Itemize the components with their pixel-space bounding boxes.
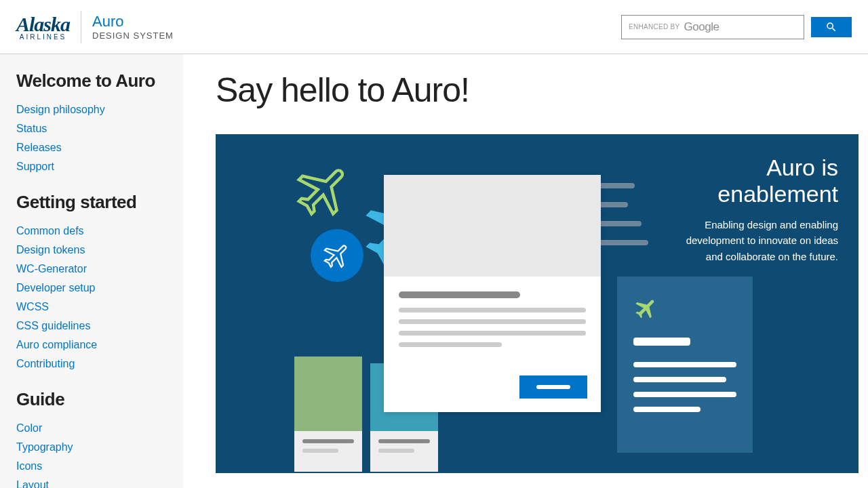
sidebar-heading: Guide	[16, 389, 167, 410]
auro-logo[interactable]: Auro DESIGN SYSTEM	[92, 13, 174, 41]
hero-card-button	[519, 375, 587, 399]
sidebar-group: Welcome to AuroDesign philosophyStatusRe…	[16, 70, 167, 173]
sidebar-heading: Getting started	[16, 192, 167, 213]
hero-banner: Auro is enablement Enabling design and e…	[216, 134, 859, 473]
search-button[interactable]	[811, 17, 852, 37]
sidebar-link-design-philosophy[interactable]: Design philosophy	[16, 104, 167, 116]
sidebar-heading: Welcome to Auro	[16, 70, 167, 92]
sidebar-link-support[interactable]: Support	[16, 161, 167, 173]
sidebar-link-layout[interactable]: Layout	[16, 479, 167, 488]
airplane-circle-icon	[311, 229, 363, 282]
alaska-logo[interactable]: Alaska AIRLINES	[16, 13, 70, 41]
alaska-logo-sub: AIRLINES	[20, 33, 67, 41]
auro-logo-sub: DESIGN SYSTEM	[92, 30, 174, 41]
hero-card-teal-body	[370, 431, 438, 472]
hero-card-main	[384, 175, 601, 412]
hero-body: Enabling design and enabling development…	[669, 217, 838, 264]
hero-card-green-body	[294, 431, 362, 472]
sidebar-link-design-tokens[interactable]: Design tokens	[16, 244, 167, 256]
search-google-label: Google	[684, 20, 719, 34]
sidebar-link-contributing[interactable]: Contributing	[16, 358, 167, 370]
search-input[interactable]: ENHANCED BY Google	[621, 15, 804, 39]
hero-title: Auro is enablement	[669, 155, 838, 207]
main: Say hello to Auro!	[183, 54, 868, 488]
header-right: ENHANCED BY Google	[621, 15, 852, 39]
sidebar-link-color[interactable]: Color	[16, 422, 167, 434]
sidebar: Welcome to AuroDesign philosophyStatusRe…	[0, 54, 183, 488]
sidebar-link-wcss[interactable]: WCSS	[16, 301, 167, 313]
sidebar-link-auro-compliance[interactable]: Auro compliance	[16, 339, 167, 351]
sidebar-link-releases[interactable]: Releases	[16, 142, 167, 154]
sidebar-group: GuideColorTypographyIconsLayout	[16, 389, 167, 488]
header: Alaska AIRLINES Auro DESIGN SYSTEM ENHAN…	[0, 0, 868, 54]
layout: Welcome to AuroDesign philosophyStatusRe…	[0, 54, 868, 488]
search-icon	[825, 21, 837, 33]
sidebar-group: Getting startedCommon defsDesign tokensW…	[16, 192, 167, 370]
hero-card-green	[294, 357, 362, 431]
auro-logo-title: Auro	[92, 13, 174, 30]
sidebar-link-status[interactable]: Status	[16, 123, 167, 135]
airplane-outline-icon	[294, 160, 355, 221]
search-enhanced-label: ENHANCED BY	[629, 23, 680, 30]
sidebar-link-icons[interactable]: Icons	[16, 460, 167, 472]
hero-text: Auro is enablement Enabling design and e…	[669, 155, 838, 264]
hero-card-main-image	[384, 175, 601, 277]
sidebar-link-wc-generator[interactable]: WC-Generator	[16, 263, 167, 275]
sidebar-link-typography[interactable]: Typography	[16, 441, 167, 453]
alaska-logo-text: Alaska	[16, 13, 70, 36]
sidebar-link-common-defs[interactable]: Common defs	[16, 225, 167, 237]
hero-card-dark	[617, 277, 753, 453]
hero-card-main-body	[384, 277, 601, 363]
sidebar-link-css-guidelines[interactable]: CSS guidelines	[16, 320, 167, 332]
header-left: Alaska AIRLINES Auro DESIGN SYSTEM	[16, 11, 174, 43]
sidebar-link-developer-setup[interactable]: Developer setup	[16, 282, 167, 294]
page-title: Say hello to Auro!	[216, 70, 868, 110]
airplane-small-icon	[633, 296, 659, 321]
logo-divider	[81, 11, 81, 43]
